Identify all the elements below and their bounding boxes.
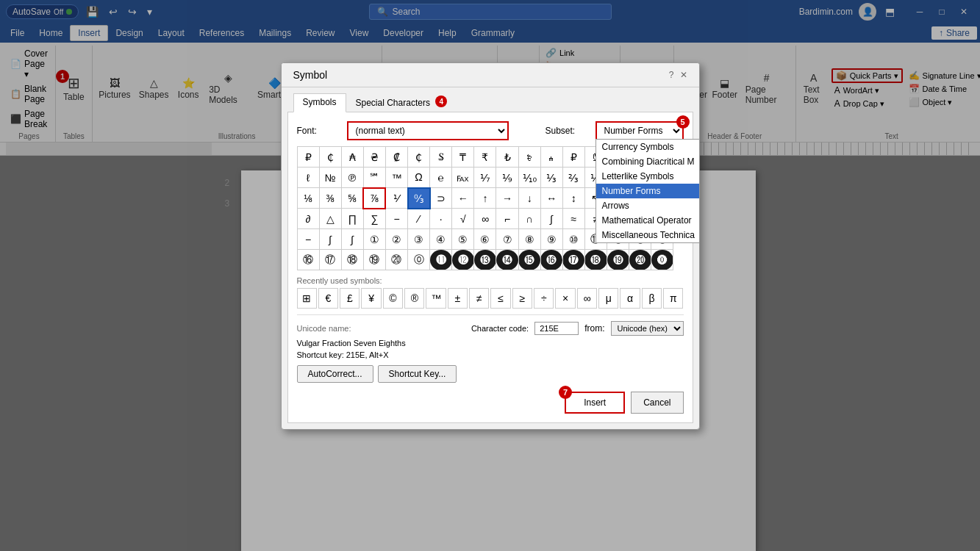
subset-item-combining[interactable]: Combining Diacritical M bbox=[596, 154, 700, 169]
sym[interactable]: ∞ bbox=[474, 209, 496, 229]
sym[interactable]: − bbox=[297, 229, 319, 250]
sym[interactable]: ⓿ bbox=[651, 250, 673, 270]
subset-item-math[interactable]: Mathematical Operator bbox=[596, 213, 700, 228]
sym[interactable]: ₵ bbox=[408, 147, 430, 168]
sym[interactable]: ∑ bbox=[363, 209, 385, 229]
sym[interactable]: ₴ bbox=[363, 147, 385, 168]
sym[interactable]: ④ bbox=[430, 229, 452, 250]
sym[interactable]: ③ bbox=[408, 229, 430, 250]
sym[interactable]: ↓ bbox=[518, 188, 540, 209]
sym[interactable]: ⓫ bbox=[430, 250, 452, 270]
sym[interactable]: ∏ bbox=[341, 209, 363, 229]
sym[interactable]: ₳ bbox=[341, 147, 363, 168]
sym[interactable]: ⓪ bbox=[408, 250, 430, 270]
sym[interactable]: ⅒ bbox=[518, 168, 540, 188]
sym[interactable]: ∩ bbox=[518, 209, 540, 229]
sym[interactable]: ⑯ bbox=[297, 250, 319, 270]
recent-sym[interactable]: ⊞ bbox=[297, 288, 317, 309]
sym[interactable]: → bbox=[496, 188, 518, 209]
subset-select[interactable]: Currency Symbols Combining Diacritical M… bbox=[595, 121, 684, 140]
sym[interactable]: · bbox=[430, 209, 452, 229]
char-code-input[interactable] bbox=[534, 322, 579, 335]
sym[interactable]: ⓬ bbox=[452, 250, 474, 270]
sym[interactable]: ⓴ bbox=[629, 250, 651, 270]
recent-sym[interactable]: ≠ bbox=[469, 288, 489, 309]
sym[interactable]: ℠ bbox=[363, 168, 385, 188]
sym[interactable]: ⓱ bbox=[562, 250, 584, 270]
sym[interactable]: ⅟ bbox=[385, 188, 407, 209]
sym[interactable]: √ bbox=[452, 209, 474, 229]
sym[interactable]: ₹ bbox=[474, 147, 496, 168]
sym-outlined[interactable]: ⅞ bbox=[363, 188, 385, 209]
modal-close-button[interactable]: ✕ bbox=[680, 70, 687, 80]
sym[interactable]: ⓳ bbox=[607, 250, 629, 270]
recent-sym[interactable]: × bbox=[555, 288, 575, 309]
sym[interactable]: ① bbox=[363, 229, 385, 250]
recent-sym[interactable]: ÷ bbox=[534, 288, 554, 309]
sym[interactable]: ⑲ bbox=[363, 250, 385, 270]
tab-symbols[interactable]: Symbols bbox=[293, 93, 346, 112]
subset-item-misc[interactable]: Miscellaneous Technica bbox=[596, 228, 700, 242]
sym[interactable]: ⑦ bbox=[496, 229, 518, 250]
sym[interactable]: ₡ bbox=[385, 147, 407, 168]
sym[interactable]: ₽ bbox=[297, 147, 319, 168]
tab-special-chars[interactable]: Special Characters 4 bbox=[346, 93, 457, 112]
sym[interactable]: ℻ bbox=[452, 168, 474, 188]
sym[interactable]: ← bbox=[452, 188, 474, 209]
sym[interactable]: ₻ bbox=[518, 147, 540, 168]
recent-sym[interactable]: ≤ bbox=[490, 288, 510, 309]
sym[interactable]: ⑤ bbox=[452, 229, 474, 250]
sym[interactable]: ₼ bbox=[540, 147, 562, 168]
sym[interactable]: ₺ bbox=[496, 147, 518, 168]
autocorrect-button[interactable]: AutoCorrect... bbox=[297, 365, 373, 383]
recent-sym[interactable]: ™ bbox=[426, 288, 446, 309]
sym[interactable]: ∫ bbox=[341, 229, 363, 250]
sym[interactable]: ⅜ bbox=[319, 188, 341, 209]
recent-sym[interactable]: ∞ bbox=[577, 288, 597, 309]
sym[interactable]: ₽ bbox=[562, 147, 584, 168]
cancel-button[interactable]: Cancel bbox=[631, 392, 683, 414]
sym[interactable]: ⑧ bbox=[518, 229, 540, 250]
sym[interactable]: ₸ bbox=[452, 147, 474, 168]
shortcut-key-button[interactable]: Shortcut Key... bbox=[378, 365, 457, 383]
subset-item-currency[interactable]: Currency Symbols bbox=[596, 140, 700, 154]
sym[interactable]: ∕ bbox=[408, 209, 430, 229]
sym[interactable]: ℮ bbox=[430, 168, 452, 188]
sym[interactable]: ∫ bbox=[319, 229, 341, 250]
sym[interactable]: ™ bbox=[385, 168, 407, 188]
recent-sym[interactable]: ≥ bbox=[512, 288, 532, 309]
sym[interactable]: ↑ bbox=[474, 188, 496, 209]
sym[interactable]: ↔ bbox=[540, 188, 562, 209]
recent-sym[interactable]: ± bbox=[448, 288, 468, 309]
sym[interactable]: ⓭ bbox=[474, 250, 496, 270]
sym[interactable]: ⓰ bbox=[540, 250, 562, 270]
sym[interactable]: ⑰ bbox=[319, 250, 341, 270]
recent-sym[interactable]: α bbox=[620, 288, 640, 309]
font-select[interactable]: (normal text) bbox=[347, 121, 509, 140]
sym[interactable]: ⓯ bbox=[518, 250, 540, 270]
sym[interactable]: ⑳ bbox=[385, 250, 407, 270]
subset-item-arrows[interactable]: Arrows bbox=[596, 198, 700, 213]
sym[interactable]: ↕ bbox=[562, 188, 584, 209]
sym[interactable]: Ω bbox=[408, 168, 430, 188]
sym[interactable]: ⑩ bbox=[562, 229, 584, 250]
recent-sym[interactable]: π bbox=[663, 288, 683, 309]
sym[interactable]: ∂ bbox=[297, 209, 319, 229]
recent-sym[interactable]: © bbox=[383, 288, 403, 309]
sym[interactable]: ⌐ bbox=[496, 209, 518, 229]
sym[interactable]: ⅓ bbox=[540, 168, 562, 188]
sym[interactable]: ∫ bbox=[540, 209, 562, 229]
recent-sym[interactable]: ® bbox=[404, 288, 424, 309]
sym[interactable]: ② bbox=[385, 229, 407, 250]
subset-item-letterlike[interactable]: Letterlike Symbols bbox=[596, 169, 700, 184]
modal-help-button[interactable]: ? bbox=[669, 70, 674, 80]
sym[interactable]: ⑨ bbox=[540, 229, 562, 250]
sym[interactable]: △ bbox=[319, 209, 341, 229]
sym[interactable]: ⅑ bbox=[496, 168, 518, 188]
recent-sym[interactable]: μ bbox=[598, 288, 618, 309]
sym[interactable]: ⅝ bbox=[341, 188, 363, 209]
sym[interactable]: ₷ bbox=[430, 147, 452, 168]
sym[interactable]: ⅛ bbox=[297, 188, 319, 209]
sym[interactable]: ℓ bbox=[297, 168, 319, 188]
sym[interactable]: ⑱ bbox=[341, 250, 363, 270]
